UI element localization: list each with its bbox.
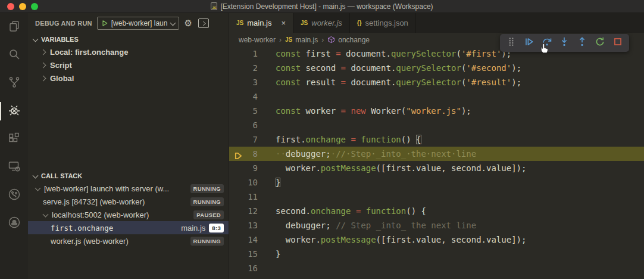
code-line: 17worker.onmessage = function(e) { [229,275,644,279]
line-number[interactable]: 16 [229,261,271,275]
zoom-window-button[interactable] [31,3,38,10]
step-out-button[interactable] [576,36,589,49]
debug-console-icon[interactable] [198,18,209,28]
tab-bar: JSmain.js×JSworker.js{}settings.json [229,13,644,33]
code-line-text [271,89,276,104]
line-number[interactable]: 13 [229,218,271,232]
line-number[interactable]: 5 [229,104,271,118]
stop-button[interactable] [611,36,624,49]
live-share-icon [7,187,21,204]
extensions-icon [7,131,21,148]
code-editor[interactable]: 1const first = document.querySelector('#… [229,46,644,279]
call-stack-row[interactable]: first.onchangemain.js8:3 [28,221,229,234]
line-number[interactable]: 7 [229,132,271,147]
remote-explorer-button[interactable] [0,153,28,181]
chevron-right-icon [41,63,46,67]
search-icon [7,47,21,64]
chevron-right-icon [41,49,46,54]
breadcrumb-separator: › [321,36,324,44]
debug-sidebar: DEBUG AND RUN [web-worker] laun ⚙ VARIAB… [28,13,229,279]
line-number[interactable]: 17 [229,275,271,279]
call-stack-frame-label: worker.js (web-worker) [51,237,129,246]
line-number[interactable]: 8 [229,147,271,161]
code-line-text: ··debugger;·//·Step·_into_·the·next·line [271,147,476,161]
frame-file-name: main.js [181,224,205,232]
current-line-arrow-icon [235,150,242,158]
line-number[interactable]: 10 [229,175,271,190]
launch-config-dropdown[interactable]: [web-worker] laun [97,17,180,30]
drag-handle [505,36,518,49]
code-line-text: second.onchange = function() { [271,204,426,218]
line-number[interactable]: 3 [229,75,271,89]
line-number[interactable]: 15 [229,247,271,261]
call-stack-row[interactable]: serve.js [84732] (web-worker)RUNNING [28,195,229,208]
call-stack-row[interactable]: worker.js (web-worker)RUNNING [28,234,229,247]
breadcrumb-label: onchange [338,36,370,44]
step-into-button[interactable] [558,36,571,49]
explorer-button[interactable] [0,13,28,41]
chevron-down-icon [43,212,48,217]
live-share-button[interactable] [0,181,28,209]
line-number[interactable]: 2 [229,61,271,75]
debug-and-run-title: DEBUG AND RUN [35,20,92,27]
line-number[interactable]: 14 [229,232,271,247]
variables-scope-row[interactable]: Script [28,58,229,72]
tab-settings-json[interactable]: {}settings.json [350,13,416,33]
run-and-debug-button[interactable] [0,97,28,125]
continue-button[interactable] [523,36,536,49]
tab-label: settings.json [365,18,408,27]
line-number[interactable]: 11 [229,190,271,204]
line-number[interactable]: 9 [229,161,271,175]
call-stack-row[interactable]: [web-worker] launch with server (w...RUN… [28,182,229,195]
variables-scope-row[interactable]: Global [28,72,229,85]
minimize-window-button[interactable] [19,3,26,10]
gripper-icon [506,36,517,49]
variables-section-header[interactable]: VARIABLES [28,33,229,45]
step-over-button[interactable] [540,36,554,49]
close-window-button[interactable] [7,3,14,10]
debug-sidebar-header: DEBUG AND RUN [web-worker] laun ⚙ [28,13,229,33]
restart-button[interactable] [593,36,607,49]
code-line: 12second.onchange = function() { [229,204,644,218]
call-stack-row-meta: RUNNING [190,237,224,246]
code-line-text: const result = document.querySelector('#… [271,75,521,89]
source-control-button[interactable] [0,69,28,97]
js-file-icon: JS [285,36,292,43]
restart-icon [595,36,605,49]
call-stack-row-meta: RUNNING [190,197,224,206]
breadcrumb-item-main-js[interactable]: JSmain.js [285,36,318,44]
breadcrumb-label: main.js [295,36,318,44]
call-stack-frame-label: [web-worker] launch with server (w... [44,184,169,193]
window-controls [7,3,38,10]
stop-icon [612,36,623,49]
chevron-down-icon [170,21,175,26]
line-number[interactable]: 4 [229,89,271,104]
code-line: 10} [229,175,644,190]
code-line: 6 [229,118,644,132]
github-icon [7,215,21,232]
search-button[interactable] [0,41,28,69]
line-number[interactable]: 1 [229,46,271,61]
call-stack-section-header[interactable]: CALL STACK [28,169,229,182]
step-into-icon [559,36,570,49]
debug-toolbar [500,34,629,52]
close-tab-icon[interactable]: × [281,18,286,27]
run-and-debug-icon [7,103,21,120]
breadcrumb-item-web-worker[interactable]: web-worker [239,36,276,44]
tab-worker-js[interactable]: JSworker.js [293,13,350,33]
extensions-button[interactable] [0,125,28,153]
tab-main-js[interactable]: JSmain.js× [229,13,293,33]
code-line: 3const result = document.querySelector('… [229,75,644,89]
chevron-down-icon [35,186,40,191]
activity-bar [0,13,28,279]
code-line: 14 worker.postMessage([first.value, seco… [229,232,644,247]
call-stack-row[interactable]: localhost:5002 (web-worker)PAUSED [28,208,229,221]
line-number[interactable]: 12 [229,204,271,218]
variables-section: VARIABLES Local: first.onchangeScriptGlo… [28,33,229,85]
variables-scope-row[interactable]: Local: first.onchange [28,45,229,58]
line-number[interactable]: 6 [229,118,271,132]
breadcrumb-item-onchange[interactable]: onchange [327,36,370,44]
gear-icon[interactable]: ⚙ [184,18,192,27]
github-button[interactable] [0,209,28,237]
session-status-badge: RUNNING [190,237,224,246]
